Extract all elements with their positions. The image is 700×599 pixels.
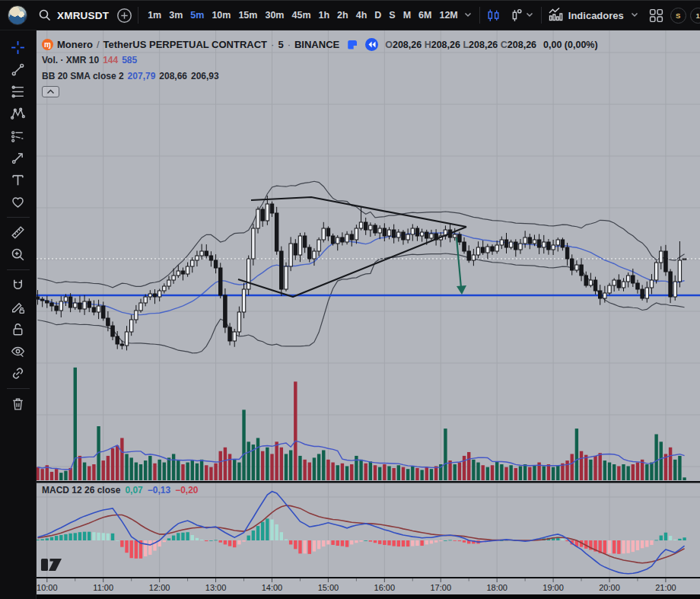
crosshair-icon	[10, 40, 26, 56]
symbol-label: XMRUSDT	[57, 10, 109, 21]
timeframe-1m[interactable]: 1m	[145, 1, 164, 30]
ohlc-value: 208,26	[431, 40, 463, 50]
legend-exchange: BINANCE	[294, 39, 339, 50]
style-chevron-down-icon[interactable]	[525, 8, 534, 22]
trash-tool-button[interactable]	[5, 393, 31, 415]
ohlc-value: 208,26	[508, 40, 536, 50]
forecast-tool-button[interactable]	[5, 125, 31, 147]
ohlc-value: 208,26	[393, 40, 425, 50]
time-label: 13:00	[205, 583, 227, 592]
bb-legend-title: BB 20 SMA close 2	[42, 71, 124, 81]
timeframe-6M[interactable]: 6M	[415, 1, 434, 30]
lock-all-icon	[10, 321, 26, 337]
time-label: 18:00	[486, 583, 508, 592]
bb-lower-value: 206,93	[191, 71, 219, 81]
magnet-icon	[10, 277, 26, 293]
timeframe-3m[interactable]: 3m	[166, 1, 186, 30]
timeframe-chevron-down-icon[interactable]	[463, 8, 473, 22]
chart-canvas[interactable]: 10:0011:0012:0013:0014:0015:0016:0017:00…	[37, 30, 700, 599]
legend-collapse-button[interactable]	[42, 86, 59, 97]
bb-legend-row[interactable]: BB 20 SMA close 2 207,79 208,66 206,93	[42, 68, 598, 84]
xabcd-pattern-tool-button[interactable]	[5, 103, 31, 125]
quick-button-s[interactable]: S	[670, 8, 686, 24]
xabcd-pattern-icon	[10, 106, 26, 122]
pane-separator[interactable]	[37, 481, 700, 483]
timeframe-12M[interactable]: 12M	[436, 1, 460, 30]
fast-rewind-icon[interactable]	[365, 38, 378, 51]
zoom-in-tool-button[interactable]	[5, 244, 31, 266]
volume-ma-value: 585	[122, 55, 137, 65]
timeframe-2h[interactable]: 2h	[334, 1, 352, 30]
text-tool-button[interactable]	[5, 169, 31, 191]
add-symbol-button[interactable]	[116, 8, 132, 24]
timeframe-D[interactable]: D	[371, 1, 384, 30]
time-label: 20:00	[599, 583, 620, 592]
chart-area[interactable]: 10:0011:0012:0013:0014:0015:0016:0017:00…	[37, 30, 700, 599]
volume-legend-row[interactable]: Vol. · XMR 10 144 585	[42, 52, 598, 68]
timeframe-1h[interactable]: 1h	[316, 1, 333, 30]
chart-style-picker-icon[interactable]	[508, 8, 523, 24]
indicators-icon	[547, 6, 564, 25]
magnet-tool-button[interactable]	[5, 274, 31, 296]
arrow-icon	[10, 150, 26, 166]
timeframe-45m[interactable]: 45m	[288, 1, 313, 30]
bottom-strip	[37, 594, 700, 599]
symbol-legend-row[interactable]: ɱ Monero / TetherUS PERPETUAL CONTRACT ·…	[42, 37, 598, 52]
timeframe-M[interactable]: M	[400, 1, 414, 30]
macd-hist-value: 0,07	[125, 485, 142, 495]
link-drawings-tool-button[interactable]	[5, 362, 31, 384]
timeframe-30m[interactable]: 30m	[262, 1, 287, 30]
quick-button-1[interactable]: 1	[690, 8, 700, 24]
tool-divider	[7, 269, 30, 270]
legend-symbol-name: Monero	[57, 39, 93, 50]
tool-divider	[7, 388, 30, 389]
emoji-tool-button[interactable]	[5, 191, 31, 213]
layout-grid-icon[interactable]	[648, 8, 664, 24]
tradingview-app: XMRUSDT 1m3m5m10m15m30m45m1h2h4hDSM6M12M	[0, 0, 700, 599]
fib-retracement-icon	[10, 84, 26, 100]
arrow-tool-button[interactable]	[5, 147, 31, 169]
hide-all-tool-button[interactable]	[5, 340, 31, 362]
drawing-lock-tool-button[interactable]	[5, 296, 31, 318]
legend-separator: ·	[288, 39, 291, 50]
ohlc-label: O	[385, 40, 393, 50]
time-label: 17:00	[430, 583, 451, 592]
legend-separator: ·	[271, 39, 274, 50]
legend-separator: /	[97, 39, 100, 50]
symbol-search-button[interactable]: XMRUSDT	[38, 8, 109, 22]
monero-logo: ɱ	[42, 39, 53, 50]
tool-divider	[7, 217, 30, 218]
ohlc-value: 208,26	[469, 40, 501, 50]
time-label: 14:00	[262, 583, 283, 592]
lock-all-tool-button[interactable]	[5, 318, 31, 340]
macd-signal-value: −0,20	[175, 485, 198, 495]
quick-access-group: S1ZD	[670, 8, 700, 24]
indicators-chevron-down-icon	[630, 10, 639, 21]
timeframe-4h[interactable]: 4h	[353, 1, 371, 30]
text-icon	[10, 172, 26, 188]
timeframe-15m[interactable]: 15m	[235, 1, 260, 30]
indicators-button[interactable]: Indicadores	[547, 6, 641, 25]
zoom-in-icon	[10, 247, 26, 263]
fib-retracement-tool-button[interactable]	[5, 81, 31, 103]
left-toolbar	[0, 30, 37, 599]
tradingview-logo[interactable]	[41, 556, 68, 577]
trend-line-tool-button[interactable]	[5, 59, 31, 81]
time-label: 15:00	[318, 583, 339, 592]
search-icon	[38, 8, 52, 22]
chart-style-candles-icon[interactable]	[485, 8, 501, 24]
time-axis[interactable]: 10:0011:0012:0013:0014:0015:0016:0017:00…	[37, 578, 700, 594]
timeframe-S[interactable]: S	[386, 1, 398, 30]
top-toolbar: XMRUSDT 1m3m5m10m15m30m45m1h2h4hDSM6M12M	[0, 0, 700, 30]
flag-icon[interactable]	[348, 40, 357, 49]
emoji-icon	[10, 194, 26, 210]
crosshair-tool-button[interactable]	[5, 37, 31, 59]
volume-legend-title: Vol. · XMR 10	[42, 55, 99, 65]
timeframe-10m[interactable]: 10m	[208, 1, 234, 30]
timeframe-5m[interactable]: 5m	[187, 1, 207, 30]
user-avatar[interactable]	[8, 5, 27, 25]
ruler-tool-button[interactable]	[5, 221, 31, 244]
macd-legend-row[interactable]: MACD 12 26 close 0,07 −0,13 −0,20	[42, 485, 199, 495]
trash-icon	[10, 396, 26, 412]
time-label: 21:00	[655, 583, 676, 592]
